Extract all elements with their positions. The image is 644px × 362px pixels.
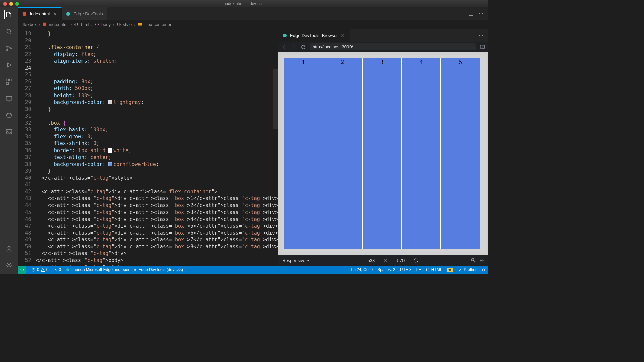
close-icon[interactable] (52, 11, 57, 16)
svg-point-2 (7, 50, 8, 51)
tab-devtools-browser[interactable]: Edge DevTools: Browser (278, 29, 350, 42)
preview-box: 5 (441, 58, 480, 249)
svg-point-19 (479, 35, 480, 36)
edge-small-icon (66, 268, 70, 272)
breadcrumb-node[interactable]: .flex-container (144, 22, 172, 27)
tab-label: index.html (30, 11, 50, 16)
breadcrumb[interactable]: flexbox› index.html› html› body› style› … (18, 20, 488, 29)
devtools-toolbar: http://localhost:3000/ (278, 42, 488, 52)
html5-icon (42, 22, 47, 27)
breadcrumb-node[interactable]: body (101, 22, 111, 27)
responsive-dropdown[interactable]: Responsive (282, 258, 310, 263)
edge-tools-icon[interactable] (4, 111, 14, 120)
language-mode[interactable]: HTML (426, 267, 442, 272)
viewport-width-input[interactable] (362, 258, 380, 263)
remote-icon[interactable] (4, 94, 14, 103)
antenna-icon (53, 268, 57, 272)
traffic-lights (3, 2, 19, 6)
preview-box: 4 (401, 58, 441, 249)
ports-indicator[interactable]: 0 (53, 267, 61, 272)
svg-rect-5 (10, 79, 12, 81)
dock-icon[interactable] (480, 44, 485, 50)
formatter[interactable]: Prettier (458, 267, 477, 272)
more-icon[interactable] (478, 11, 484, 16)
reload-icon[interactable] (301, 44, 306, 50)
preview-box: 2 (323, 58, 362, 249)
image-icon[interactable] (4, 127, 14, 137)
braces-icon (426, 268, 430, 272)
url-bar[interactable]: http://localhost:3000/ (310, 43, 476, 50)
window-title: index.html — dev-css (225, 1, 264, 6)
symbol-tag-icon (116, 22, 121, 27)
svg-point-12 (66, 12, 70, 15)
svg-point-29 (449, 269, 450, 270)
cursor-position[interactable]: Ln 24, Col 9 (351, 267, 373, 272)
edge-icon (66, 11, 71, 16)
code-editor[interactable]: 1920212223242526272829303132333435363738… (18, 29, 278, 266)
code-content[interactable]: } .flex-container { display: flex; align… (36, 29, 278, 266)
tab-edge-devtools[interactable]: Edge DevTools (62, 7, 107, 20)
close-icon[interactable] (340, 33, 345, 38)
split-editor-icon[interactable] (468, 11, 474, 16)
symbol-tag-icon (95, 22, 99, 27)
indentation[interactable]: Spaces: 2 (377, 267, 395, 272)
times-icon (383, 258, 388, 263)
flex-container-preview: 12345 (281, 55, 486, 252)
problems-indicator[interactable]: 0 0 (31, 267, 48, 272)
error-icon (31, 268, 36, 272)
copilot-indicator[interactable] (447, 268, 453, 272)
status-bar: 0 0 0 Launch Microsoft Edge and open the… (18, 266, 488, 274)
more-icon[interactable] (478, 33, 484, 38)
svg-point-1 (7, 46, 8, 47)
encoding[interactable]: UTF-8 (400, 267, 412, 272)
accounts-icon[interactable] (4, 244, 14, 253)
target-icon[interactable] (479, 258, 484, 263)
run-debug-icon[interactable] (4, 60, 14, 70)
svg-point-27 (55, 269, 56, 269)
remote-indicator[interactable] (18, 266, 26, 274)
forward-icon[interactable] (291, 44, 297, 50)
tab-index-html[interactable]: index.html (18, 7, 62, 20)
window-close-icon[interactable] (3, 2, 7, 6)
search-icon[interactable] (4, 27, 14, 36)
svg-rect-7 (6, 97, 12, 100)
warning-icon (41, 268, 45, 272)
svg-point-10 (8, 247, 10, 249)
settings-gear-icon[interactable] (4, 261, 14, 270)
activity-bar (0, 7, 18, 274)
svg-point-25 (481, 260, 482, 261)
source-control-icon[interactable] (4, 44, 14, 53)
breadcrumb-node[interactable]: style (123, 22, 132, 27)
svg-point-0 (7, 29, 11, 33)
back-icon[interactable] (282, 44, 287, 50)
explorer-icon[interactable] (4, 10, 13, 19)
browser-preview[interactable]: 12345 (278, 52, 488, 255)
svg-point-18 (283, 34, 287, 37)
edge-icon (282, 33, 287, 38)
window-minimize-icon[interactable] (9, 2, 13, 6)
preview-box: 1 (284, 58, 323, 249)
eol[interactable]: LF (416, 267, 421, 272)
notifications-icon[interactable] (481, 268, 486, 272)
svg-rect-9 (6, 130, 12, 134)
svg-point-21 (482, 35, 483, 36)
inspect-icon[interactable] (471, 258, 476, 263)
launch-hint[interactable]: Launch Microsoft Edge and open the Edge … (66, 267, 183, 272)
window-maximize-icon[interactable] (15, 2, 19, 6)
check-icon (458, 268, 462, 272)
symbol-class-icon (138, 22, 142, 27)
device-toolbar: Responsive (278, 255, 488, 266)
breadcrumb-node[interactable]: html (81, 22, 89, 27)
svg-point-28 (66, 268, 69, 272)
editor-actions (464, 7, 488, 20)
editor-tab-bar: index.html Edge DevTools (18, 7, 488, 20)
tab-label: Edge DevTools: Browser (290, 33, 338, 38)
breadcrumb-file[interactable]: index.html (49, 22, 69, 27)
viewport-height-input[interactable] (392, 258, 410, 263)
minimap-scrollbar[interactable] (273, 69, 278, 129)
svg-point-24 (480, 259, 483, 262)
rotate-icon[interactable] (413, 258, 418, 263)
svg-point-20 (481, 35, 481, 36)
extensions-icon[interactable] (4, 77, 14, 86)
breadcrumb-root[interactable]: flexbox (23, 22, 37, 27)
